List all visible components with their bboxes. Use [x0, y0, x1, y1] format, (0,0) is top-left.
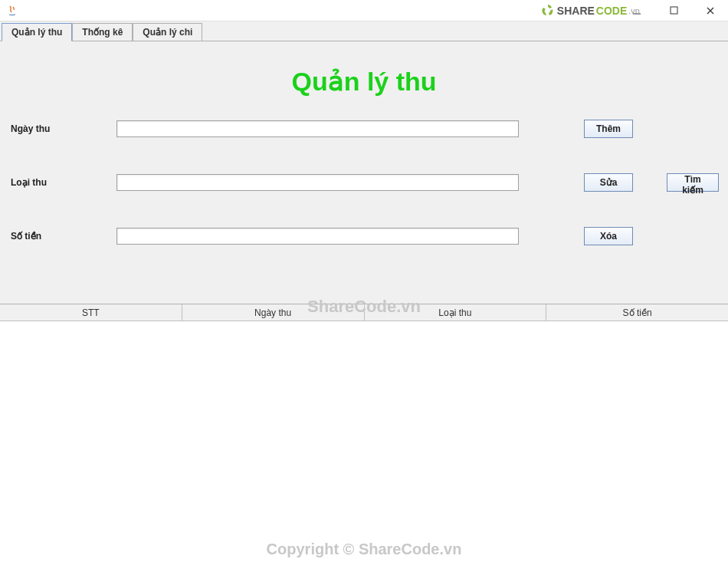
button-xoa[interactable]: Xóa: [584, 227, 633, 245]
input-so-tien[interactable]: [116, 228, 519, 245]
tab-thong-ke[interactable]: Thống kê: [72, 23, 133, 41]
col-so-tien[interactable]: Số tiền: [546, 304, 728, 321]
logo-text-1: SHARE: [557, 5, 595, 17]
col-loai-thu[interactable]: Loại thu: [365, 304, 547, 321]
row-so-tien: Số tiền Xóa: [9, 227, 719, 245]
label-loai-thu: Loại thu: [9, 177, 116, 188]
row-ngay-thu: Ngày thu Thêm: [9, 120, 719, 138]
logo-text-2: CODE: [596, 5, 627, 17]
form-area: Quản lý thu Ngày thu Thêm Loại thu Sửa T…: [0, 41, 728, 296]
svg-rect-1: [671, 7, 677, 14]
maximize-button[interactable]: [662, 3, 685, 18]
button-them[interactable]: Thêm: [584, 120, 633, 138]
button-sua[interactable]: Sửa: [584, 173, 633, 192]
logo-icon: [540, 3, 556, 18]
input-loai-thu[interactable]: [116, 174, 519, 191]
tab-quan-ly-chi[interactable]: Quản lý chi: [133, 23, 202, 41]
data-table: STT Ngày thu Loại thu Số tiền: [0, 304, 728, 572]
row-loai-thu: Loại thu Sửa Tìm kiếm: [9, 173, 719, 192]
button-tim-kiem[interactable]: Tìm kiếm: [667, 173, 719, 192]
label-so-tien: Số tiền: [9, 231, 116, 242]
table-header-row: STT Ngày thu Loại thu Số tiền: [0, 304, 728, 321]
java-icon: [6, 5, 18, 17]
titlebar-left: [6, 5, 23, 17]
tabbar: Quản lý thu Thống kê Quản lý chi: [0, 21, 728, 41]
col-stt[interactable]: STT: [0, 304, 182, 321]
logo-suffix: .vn: [628, 6, 640, 15]
content-panel: Quản lý thu Ngày thu Thêm Loại thu Sửa T…: [0, 41, 728, 572]
table-body[interactable]: [0, 321, 728, 572]
page-title: Quản lý thu: [9, 66, 719, 97]
tab-quan-ly-thu[interactable]: Quản lý thu: [2, 23, 72, 41]
sharecode-logo-watermark: SHARECODE.vn: [540, 3, 640, 18]
label-ngay-thu: Ngày thu: [9, 123, 116, 134]
col-ngay-thu[interactable]: Ngày thu: [182, 304, 365, 321]
close-button[interactable]: [699, 3, 722, 18]
input-ngay-thu[interactable]: [116, 120, 519, 137]
